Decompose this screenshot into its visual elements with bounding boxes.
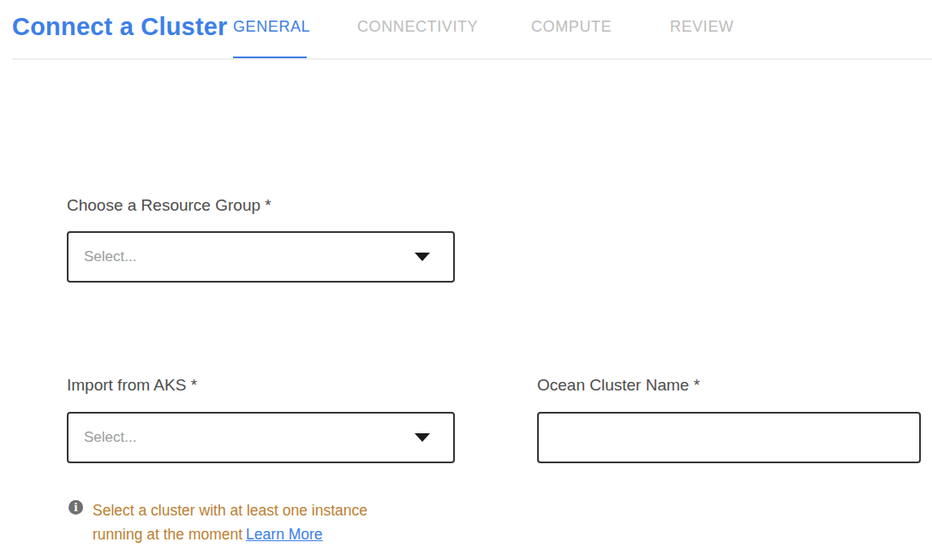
header-divider	[12, 58, 932, 60]
page-title: Connect a Cluster	[12, 13, 228, 41]
tab-connectivity[interactable]: CONNECTIVITY	[357, 18, 478, 36]
chevron-down-icon	[415, 433, 430, 442]
resource-group-label: Choose a Resource Group *	[67, 196, 272, 215]
import-aks-placeholder: Select...	[84, 429, 415, 446]
import-aks-select[interactable]: Select...	[67, 412, 455, 463]
tab-compute[interactable]: COMPUTE	[531, 18, 612, 36]
tab-review[interactable]: REVIEW	[670, 18, 734, 36]
learn-more-link[interactable]: Learn More	[246, 526, 323, 543]
tab-general[interactable]: GENERAL	[233, 18, 310, 36]
ocean-cluster-name-label: Ocean Cluster Name *	[537, 376, 700, 395]
ocean-cluster-name-input[interactable]	[537, 412, 921, 463]
resource-group-placeholder: Select...	[84, 248, 415, 265]
info-icon: i	[69, 500, 83, 515]
chevron-down-icon	[415, 253, 430, 261]
cluster-info-note: Select a cluster with at least one insta…	[93, 498, 404, 546]
cluster-info-message: Select a cluster with at least one insta…	[93, 502, 367, 543]
import-aks-label: Import from AKS *	[67, 376, 197, 395]
connect-cluster-wizard: Connect a Cluster GENERAL CONNECTIVITY C…	[0, 0, 932, 560]
resource-group-select[interactable]: Select...	[67, 231, 455, 283]
